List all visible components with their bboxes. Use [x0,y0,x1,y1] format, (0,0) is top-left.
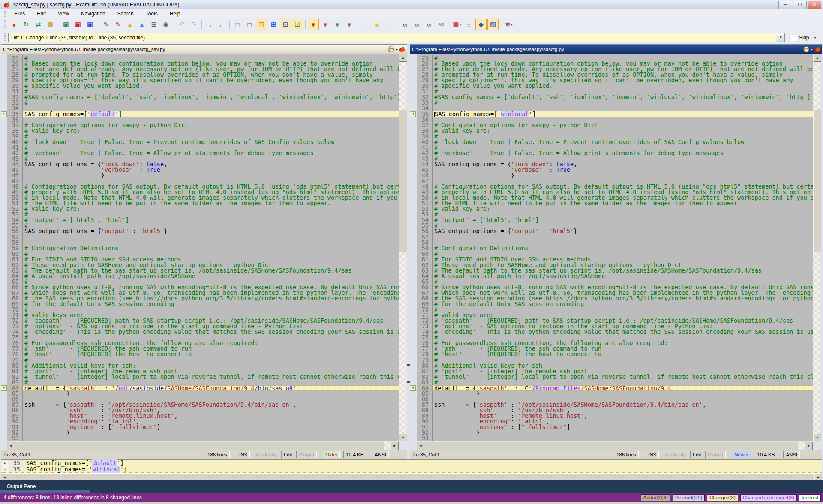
code-line[interactable]: 37# Configuration options for saspy - py… [7,123,399,128]
code-line[interactable]: 51# the HTML file will need to be put in… [417,201,813,206]
code-line[interactable]: 57 [417,234,813,240]
code-line[interactable]: 81# 'port' - [integer] the remote ssh po… [417,369,813,374]
split-view-button[interactable]: ◫ [256,19,267,30]
code-line[interactable]: 77# 'ssh' - [REQUIRED] the ssh command t… [417,346,813,351]
code-line[interactable]: 82# 'tunnel' - [integer] local port to o… [417,374,813,380]
code-line[interactable]: 44SAS_config_options = {'lock_down': Fal… [7,162,399,167]
code-line[interactable]: 58 [417,240,813,246]
code-line[interactable]: 45 'verbose' : True [417,167,813,173]
send-report-button[interactable]: ▲ [136,19,147,30]
code-line[interactable]: 44SAS_config_options = {'lock_down': Fal… [417,162,813,167]
save-button[interactable]: ▣ [60,19,72,30]
code-line[interactable]: 68# the SAS session encoding (see https:… [417,296,813,301]
code-line[interactable]: 78# 'host' - [REQUIRED] the host to conn… [417,351,813,357]
grid-view-button[interactable]: ⊞ [268,19,279,30]
code-line[interactable]: 29# specify options=''. This way it's sp… [417,78,813,83]
menu-item-files[interactable]: Files [8,10,31,18]
save-all-button[interactable]: ▣ [84,19,96,30]
code-line[interactable]: 27# that are defined already. Any necess… [7,66,399,72]
find-next-button[interactable]: ∞ [412,19,423,30]
code-line[interactable]: 36 [7,117,399,123]
code-line[interactable]: 89 'host' : 'remote.linux.host', [417,413,813,419]
code-line[interactable]: 73# 'options' - SAS options to include i… [7,324,399,329]
code-line[interactable]: 69# for the default Unix SAS session enc… [7,301,399,307]
redo-button[interactable]: ↷ [188,19,199,30]
diff-marker-icon[interactable]: ► [1,385,7,391]
code-line[interactable]: 86 [7,396,399,402]
code-line[interactable]: 26# Based upon the lock_down configurati… [417,61,813,66]
code-line[interactable]: 30# specific value you want applied. [417,83,813,89]
code-line[interactable]: 28# prompted for at run time. To dissall… [417,72,813,78]
code-line[interactable]: 94 [7,441,399,441]
left-vertical-scrollbar[interactable]: ▲ ▼ [399,54,406,441]
code-line[interactable]: 48# Configuration options for SAS output… [417,184,813,189]
code-line[interactable]: 74# 'encoding' - This is the python enco… [7,329,399,335]
menu-item-navigation[interactable]: Navigation [75,10,111,18]
code-line[interactable]: 74# 'encoding' - This is the python enco… [417,329,813,335]
code-line[interactable]: 90 'encoding': 'latin1', [417,419,813,424]
code-line[interactable]: 91 'options' : ["-fullstimer"] [7,424,399,430]
print-button[interactable]: ⊟ [148,19,159,30]
code-line[interactable]: 87ssh = {'saspath' : '/opt/sasinside/SAS… [7,402,399,408]
auto-recompare-button[interactable]: ☑ [292,19,303,30]
code-line[interactable]: 94 [417,441,813,441]
print-preview-button[interactable]: ◉ [160,19,171,30]
code-line[interactable]: 79# [7,357,399,363]
scroll-right-icon[interactable]: ▶ [805,442,813,450]
code-line[interactable]: 55# [7,223,399,228]
first-file-editor[interactable]: 25#26# Based upon the lock_down configur… [7,54,399,441]
chevron-down-icon[interactable]: ▾ [814,36,816,40]
scroll-up-icon[interactable]: ▲ [399,54,407,62]
code-line[interactable]: 59# Configuration Definitions [7,246,399,251]
code-line[interactable]: 89 'host' : 'remote.linux.host', [7,413,399,419]
diff-combo-dropdown-icon[interactable]: ▼ [777,33,785,42]
code-line[interactable]: 79# [417,357,813,363]
code-line[interactable]: 63# The default path to the sas start up… [7,268,399,273]
diff-marker-icon[interactable]: ◄ [410,385,416,391]
code-line[interactable]: 67# which does not work well as utf-8. S… [417,290,813,296]
code-line[interactable]: 72# 'saspath' - [REQUIRED] path to SAS s… [7,318,399,324]
code-line[interactable]: 31# [7,89,399,94]
code-line[interactable]: 65# [417,279,813,285]
code-line[interactable]: 33# [417,100,813,105]
code-line[interactable]: 84default = {'saspath' : 'C:/Program Fil… [417,385,813,391]
code-line[interactable]: 35SAS_config_names=['default'] [7,111,399,117]
code-line[interactable]: 49# properly with HTML 5.0 so it can als… [417,189,813,195]
code-line[interactable]: 90 'encoding': 'latin1', [7,419,399,424]
code-line[interactable]: 81# 'port' - [integer] the remote ssh po… [7,369,399,374]
undo-button[interactable]: ↶ [176,19,187,30]
code-line[interactable]: 46 } [7,173,399,178]
code-line[interactable]: 61# For STDIO and STDIO over SSH access … [417,257,813,262]
diff-marker-icon[interactable]: ► [1,111,7,117]
code-line[interactable]: 39# [7,134,399,139]
code-line[interactable]: 51# the HTML file will need to be put in… [7,201,399,206]
diff-marker-icon[interactable]: ◄ [410,111,416,117]
close-button[interactable]: ✕ [808,1,821,9]
code-line[interactable]: 62# These need path to SASHome and optio… [417,262,813,268]
code-line[interactable]: 54# 'output' = ['html5', 'html'] [7,217,399,223]
code-line[interactable]: 92 } [417,430,813,435]
code-line[interactable]: 85 } [7,391,399,396]
code-line[interactable]: 59# Configuration Definitions [417,246,813,251]
filter-additions-button[interactable]: ▼ [332,19,343,30]
scroll-right-icon[interactable]: ▶ [391,442,399,450]
code-line[interactable]: 73# 'options' - SAS options to include i… [417,324,813,329]
recompare-button[interactable]: ↻ [21,19,32,30]
code-line[interactable]: 27# that are defined already. Any necess… [417,66,813,72]
print-icon[interactable] [803,46,810,52]
code-line[interactable]: 69# for the default Unix SAS session enc… [417,301,813,307]
find-previous-button[interactable]: ∞ [424,19,435,30]
code-line[interactable]: 38# valid key are: [7,128,399,134]
menu-item-view[interactable]: View [52,10,75,18]
code-line[interactable]: 83# [417,380,813,385]
copy-block-right-button[interactable]: → [204,19,215,30]
print-icon[interactable] [388,46,395,52]
scroll-down-icon[interactable]: ▼ [813,434,821,441]
code-line[interactable]: 45 'verbose' : True [7,167,399,173]
code-line[interactable]: 64# A usual install path is: /opt/sasins… [417,273,813,279]
synchronize-scrolling-button[interactable]: ⊡ [280,19,291,30]
toolbar-grip[interactable] [4,20,6,29]
code-line[interactable]: 48# Configuration options for SAS output… [7,184,399,189]
code-line[interactable]: 67# which does not work well as utf-8. S… [7,290,399,296]
menu-item-edit[interactable]: Edit [31,10,52,18]
